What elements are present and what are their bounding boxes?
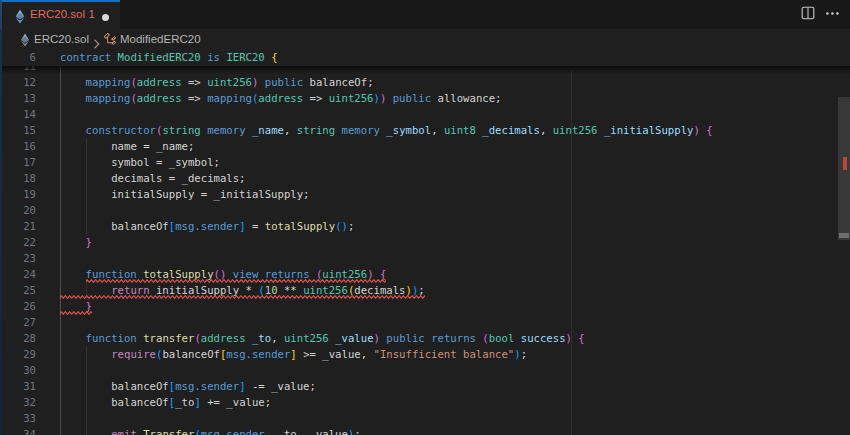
code-text: } (60, 235, 92, 251)
code-token: } (86, 236, 92, 249)
code-token: require (111, 348, 156, 361)
code-line-34[interactable]: 34 emit Transfer(msg.sender, _to, _value… (0, 427, 850, 435)
code-token: uint256 (329, 92, 374, 105)
code-token: _value (335, 332, 373, 345)
line-number-31[interactable]: 31 (0, 379, 36, 395)
code-line-21[interactable]: 21 balanceOf[msg.sender] = totalSupply()… (0, 219, 850, 235)
code-token: _name (252, 124, 284, 137)
line-number-29[interactable]: 29 (0, 347, 36, 363)
code-text: name = _name; (60, 139, 194, 155)
code-token: , (271, 332, 284, 345)
code-line-13[interactable]: 13 mapping(address => mapping(address =>… (0, 91, 850, 107)
code-line-19[interactable]: 19 initialSupply = _initialSupply; (0, 187, 850, 203)
line-number-15[interactable]: 15 (0, 123, 36, 139)
line-number-18[interactable]: 18 (0, 171, 36, 187)
code-line-15[interactable]: 15 constructor(string memory _name, stri… (0, 123, 850, 139)
error-squiggle (60, 311, 92, 315)
code-token (60, 92, 86, 105)
code-token: _symbol (386, 124, 431, 137)
code-line-26[interactable]: 26 } (0, 299, 850, 315)
line-number-14[interactable]: 14 (0, 107, 36, 123)
line-number-28[interactable]: 28 (0, 331, 36, 347)
code-token: ; (367, 76, 373, 89)
line-number-12[interactable]: 12 (0, 75, 36, 91)
indent-guide (60, 315, 61, 331)
code-token (60, 76, 86, 89)
code-token (60, 172, 111, 185)
code-token: _decimals (482, 124, 540, 137)
code-text: balanceOf[_to] += _value; (60, 395, 271, 411)
code-token: public (393, 92, 431, 105)
error-squiggle (60, 295, 425, 299)
line-number-33[interactable]: 33 (0, 411, 36, 427)
code-line-33[interactable]: 33 (0, 411, 850, 427)
sticky-line-number: 6 (0, 50, 36, 66)
code-token: "Insufficient balance" (374, 348, 515, 361)
line-number-25[interactable]: 25 (0, 283, 36, 299)
line-number-13[interactable]: 13 (0, 91, 36, 107)
code-token: function (86, 332, 137, 345)
line-number-26[interactable]: 26 (0, 299, 36, 315)
code-line-31[interactable]: 31 balanceOf[msg.sender] -= _value; (0, 379, 850, 395)
code-token: address (201, 332, 246, 345)
code-line-28[interactable]: 28 function transfer(address _to, uint25… (0, 331, 850, 347)
code-token: ; (348, 220, 354, 233)
code-token: memory (342, 124, 380, 137)
code-token: => (182, 76, 208, 89)
code-token: { (271, 51, 277, 64)
code-line-23[interactable]: 23 (0, 251, 850, 267)
code-token: balanceOf (310, 76, 368, 89)
code-token: Transfer (143, 428, 194, 435)
line-number-24[interactable]: 24 (0, 267, 36, 283)
code-line-22[interactable]: 22 } (0, 235, 850, 251)
line-number-27[interactable]: 27 (0, 315, 36, 331)
code-token: msg.sender (226, 348, 290, 361)
line-number-30[interactable]: 30 (0, 363, 36, 379)
code-token: msg.sender (201, 428, 265, 435)
code-token: { (706, 124, 712, 137)
code-token (60, 380, 111, 393)
line-number-34[interactable]: 34 (0, 427, 36, 435)
code-token (60, 156, 111, 169)
code-text: require(balanceOf[msg.sender] >= _value,… (60, 347, 527, 363)
code-token: => (303, 92, 329, 105)
code-token: constructor (86, 124, 156, 137)
code-line-14[interactable]: 14 (0, 107, 850, 123)
code-token (60, 188, 111, 201)
code-text: balanceOf[msg.sender] -= _value; (60, 379, 316, 395)
code-token: _to (175, 396, 194, 409)
code-token: msg.sender (175, 380, 239, 393)
code-token (60, 268, 86, 281)
code-line-16[interactable]: 16 name = _name; (0, 139, 850, 155)
code-token: >= _value, (297, 348, 374, 361)
code-line-27[interactable]: 27 (0, 315, 850, 331)
indent-guide (60, 251, 61, 267)
line-number-17[interactable]: 17 (0, 155, 36, 171)
indent-guide (86, 363, 87, 379)
code-line-17[interactable]: 17 symbol = _symbol; (0, 155, 850, 171)
code-token (60, 332, 86, 345)
line-number-32[interactable]: 32 (0, 395, 36, 411)
code-token: balanceOf (162, 348, 220, 361)
code-line-29[interactable]: 29 require(balanceOf[msg.sender] >= _val… (0, 347, 850, 363)
code-token (60, 428, 111, 435)
line-number-16[interactable]: 16 (0, 139, 36, 155)
line-number-20[interactable]: 20 (0, 203, 36, 219)
sticky-scroll-line[interactable]: 6 contract ModifiedERC20 is IERC20 { (0, 50, 850, 66)
code-line-12[interactable]: 12 mapping(address => uint256) public ba… (0, 75, 850, 91)
code-line-32[interactable]: 32 balanceOf[_to] += _value; (0, 395, 850, 411)
code-token: => (182, 92, 208, 105)
code-line-30[interactable]: 30 (0, 363, 850, 379)
code-line-20[interactable]: 20 (0, 203, 850, 219)
line-number-22[interactable]: 22 (0, 235, 36, 251)
code-token: mapping (207, 92, 252, 105)
line-number-19[interactable]: 19 (0, 187, 36, 203)
line-number-23[interactable]: 23 (0, 251, 36, 267)
code-token: initialSupply = _initialSupply; (111, 188, 309, 201)
code-token: returns (431, 332, 476, 345)
code-token: balanceOf (111, 220, 169, 233)
code-line-18[interactable]: 18 decimals = _decimals; (0, 171, 850, 187)
code-text: function transfer(address _to, uint256 _… (60, 331, 585, 347)
line-number-21[interactable]: 21 (0, 219, 36, 235)
code-token: contract (60, 51, 111, 64)
